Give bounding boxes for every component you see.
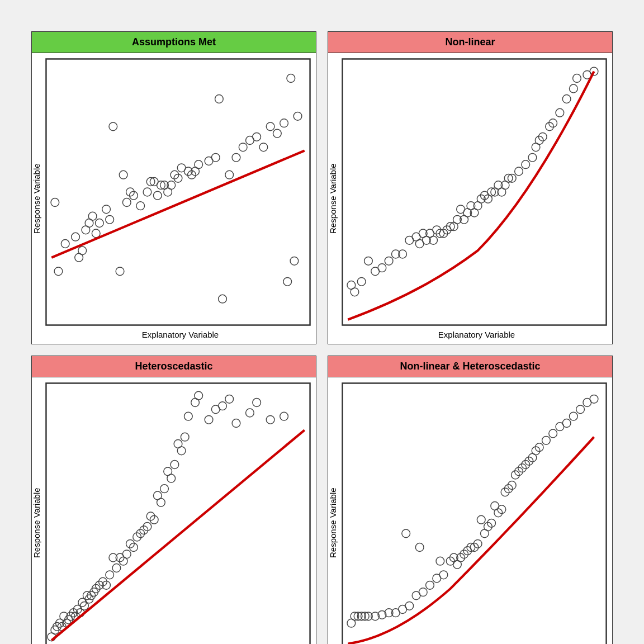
panel-title-heteroscedastic: Heteroscedastic bbox=[32, 356, 316, 377]
plot-svg-heteroscedastic bbox=[45, 382, 311, 644]
plot-container-non-linear: Explanatory Variable bbox=[341, 53, 612, 344]
main-grid: Assumptions MetResponse VariableExplanat… bbox=[15, 15, 629, 629]
panel-non-linear-heteroscedastic: Non-linear & HeteroscedasticResponse Var… bbox=[328, 356, 613, 644]
y-label-non-linear: Response Variable bbox=[328, 53, 341, 344]
chart-area-assumptions-met: Response VariableExplanatory Variable bbox=[32, 53, 316, 344]
panel-heteroscedastic: HeteroscedasticResponse VariableExplanat… bbox=[31, 356, 316, 644]
plot-svg-assumptions-met bbox=[45, 58, 311, 326]
x-label-assumptions-met: Explanatory Variable bbox=[45, 326, 316, 344]
svg-wrapper-heteroscedastic bbox=[45, 377, 316, 644]
svg-wrapper-non-linear bbox=[341, 53, 612, 326]
plot-container-non-linear-heteroscedastic: Explanatory Variable bbox=[341, 377, 612, 644]
y-label-non-linear-heteroscedastic: Response Variable bbox=[328, 377, 341, 644]
svg-rect-1 bbox=[342, 59, 606, 325]
plot-svg-non-linear bbox=[341, 58, 608, 326]
panel-title-assumptions-met: Assumptions Met bbox=[32, 32, 316, 53]
svg-wrapper-assumptions-met bbox=[45, 53, 316, 326]
plot-svg-non-linear-heteroscedastic bbox=[341, 382, 608, 644]
panel-assumptions-met: Assumptions MetResponse VariableExplanat… bbox=[31, 31, 316, 344]
chart-area-non-linear-heteroscedastic: Response VariableExplanatory Variable bbox=[328, 377, 612, 644]
svg-rect-3 bbox=[342, 383, 606, 644]
chart-area-non-linear: Response VariableExplanatory Variable bbox=[328, 53, 612, 344]
y-label-assumptions-met: Response Variable bbox=[32, 53, 45, 344]
plot-container-assumptions-met: Explanatory Variable bbox=[45, 53, 316, 344]
chart-area-heteroscedastic: Response VariableExplanatory Variable bbox=[32, 377, 316, 644]
y-label-heteroscedastic: Response Variable bbox=[32, 377, 45, 644]
svg-rect-0 bbox=[46, 59, 310, 325]
svg-wrapper-non-linear-heteroscedastic bbox=[341, 377, 612, 644]
x-label-non-linear: Explanatory Variable bbox=[341, 326, 612, 344]
panel-title-non-linear: Non-linear bbox=[328, 32, 612, 53]
plot-container-heteroscedastic: Explanatory Variable bbox=[45, 377, 316, 644]
panel-non-linear: Non-linearResponse VariableExplanatory V… bbox=[328, 31, 613, 344]
panel-title-non-linear-heteroscedastic: Non-linear & Heteroscedastic bbox=[328, 356, 612, 377]
